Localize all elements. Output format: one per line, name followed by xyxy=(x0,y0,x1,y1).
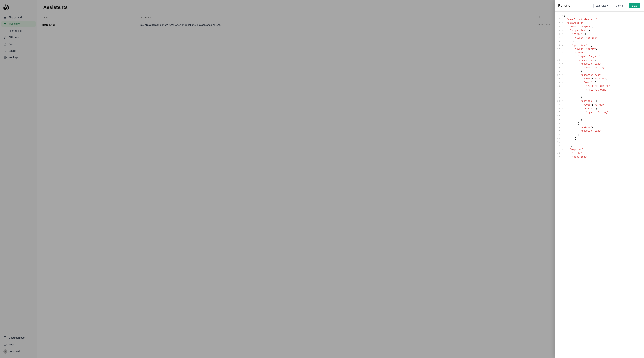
fold-toggle[interactable]: › xyxy=(561,125,564,129)
examples-label: Examples xyxy=(596,4,606,7)
fold-toggle[interactable]: › xyxy=(561,73,564,77)
modal-title: Function xyxy=(558,4,591,8)
examples-button[interactable]: Examples ▾ xyxy=(593,3,610,8)
fold-toggle xyxy=(561,140,564,141)
code-line: 12 "type": "object", xyxy=(554,55,644,58)
code-line: 39 "questions" xyxy=(554,155,644,159)
fold-toggle xyxy=(561,155,564,156)
fold-toggle[interactable]: › xyxy=(561,51,564,54)
code-line: 36 }, xyxy=(554,144,644,148)
fold-toggle xyxy=(561,77,564,77)
code-line: 9› "questions": { xyxy=(554,43,644,47)
modal-header: Function Examples ▾ Cancel Save xyxy=(554,0,644,11)
code-line: 3› "parameters": { xyxy=(554,21,644,25)
code-line: 31› "required": [ xyxy=(554,125,644,129)
code-line: 37› "required": [ xyxy=(554,148,644,152)
fold-toggle xyxy=(561,137,564,137)
code-line: 27 "type": "string" xyxy=(554,111,644,114)
code-line: 6› "title": { xyxy=(554,32,644,36)
code-line: 24› "choices": { xyxy=(554,99,644,103)
fold-toggle[interactable]: › xyxy=(561,99,564,103)
code-line: 11› "items": { xyxy=(554,51,644,55)
code-line: 4 "type": "object", xyxy=(554,25,644,29)
fold-toggle xyxy=(561,88,564,89)
fold-toggle[interactable]: › xyxy=(561,148,564,151)
save-button[interactable]: Save xyxy=(629,3,640,8)
fold-toggle xyxy=(561,17,564,18)
modal-overlay[interactable] xyxy=(0,0,644,358)
fold-toggle xyxy=(561,152,564,152)
fold-toggle xyxy=(561,133,564,133)
fold-toggle[interactable]: › xyxy=(561,21,564,24)
cancel-button[interactable]: Cancel xyxy=(613,3,626,8)
fold-toggle xyxy=(561,96,564,96)
code-line: 23 }, xyxy=(554,96,644,99)
fold-toggle[interactable]: › xyxy=(561,107,564,110)
fold-toggle[interactable]: › xyxy=(561,14,564,17)
code-line: 18 "type": "string", xyxy=(554,77,644,81)
code-line: 32 "question_text" xyxy=(554,129,644,133)
fold-toggle xyxy=(561,122,564,122)
code-line: 15 "type": "string" xyxy=(554,66,644,70)
code-line: 28 } xyxy=(554,114,644,118)
code-line: 29 } xyxy=(554,118,644,122)
fold-toggle xyxy=(561,84,564,85)
chevron-down-icon: ▾ xyxy=(607,5,608,7)
fold-toggle xyxy=(561,36,564,36)
code-line: 34 } xyxy=(554,137,644,140)
code-line: 8 }, xyxy=(554,40,644,43)
code-line: 19› "enum": [ xyxy=(554,81,644,84)
fold-toggle[interactable]: › xyxy=(561,62,564,65)
code-line: 35 } xyxy=(554,140,644,144)
code-editor[interactable]: 1›{2 "name": "display_quiz",3› "paramete… xyxy=(554,11,644,358)
fold-toggle[interactable]: › xyxy=(561,81,564,84)
fold-toggle xyxy=(561,25,564,25)
modal-panel: Function Examples ▾ Cancel Save 1›{2 "na… xyxy=(554,0,644,358)
code-line: 16 }, xyxy=(554,70,644,73)
fold-toggle xyxy=(561,111,564,111)
fold-toggle xyxy=(561,92,564,92)
code-line: 17› "question_type": { xyxy=(554,73,644,77)
code-line: 38 "title", xyxy=(554,152,644,155)
fold-toggle xyxy=(561,70,564,70)
code-line: 1›{ xyxy=(554,14,644,17)
code-line: 20 "MULTIPLE_CHOICE", xyxy=(554,84,644,88)
code-line: 22 ] xyxy=(554,92,644,96)
fold-toggle[interactable]: › xyxy=(561,58,564,62)
code-line: 21 "FREE_RESPONSE" xyxy=(554,88,644,92)
fold-toggle[interactable]: › xyxy=(561,29,564,32)
fold-toggle xyxy=(561,114,564,115)
code-line: 30 }, xyxy=(554,122,644,125)
fold-toggle xyxy=(561,40,564,40)
fold-toggle xyxy=(561,129,564,130)
code-line: 10 "type": "array", xyxy=(554,47,644,51)
fold-toggle[interactable]: › xyxy=(561,43,564,47)
code-line: 25 "type": "array", xyxy=(554,103,644,107)
code-line: 7 "type": "string" xyxy=(554,36,644,40)
fold-toggle xyxy=(561,103,564,103)
fold-toggle xyxy=(561,144,564,144)
code-line: 14› "question_text": { xyxy=(554,62,644,66)
fold-toggle xyxy=(561,55,564,55)
fold-toggle[interactable]: › xyxy=(561,32,564,36)
fold-toggle xyxy=(561,66,564,66)
code-line: 5› "properties": { xyxy=(554,29,644,32)
code-line: 33 ] xyxy=(554,133,644,137)
fold-toggle xyxy=(561,47,564,48)
code-line: 2 "name": "display_quiz", xyxy=(554,17,644,21)
code-line: 26› "items": { xyxy=(554,107,644,111)
fold-toggle xyxy=(561,118,564,118)
code-line: 13› "properties": { xyxy=(554,58,644,62)
